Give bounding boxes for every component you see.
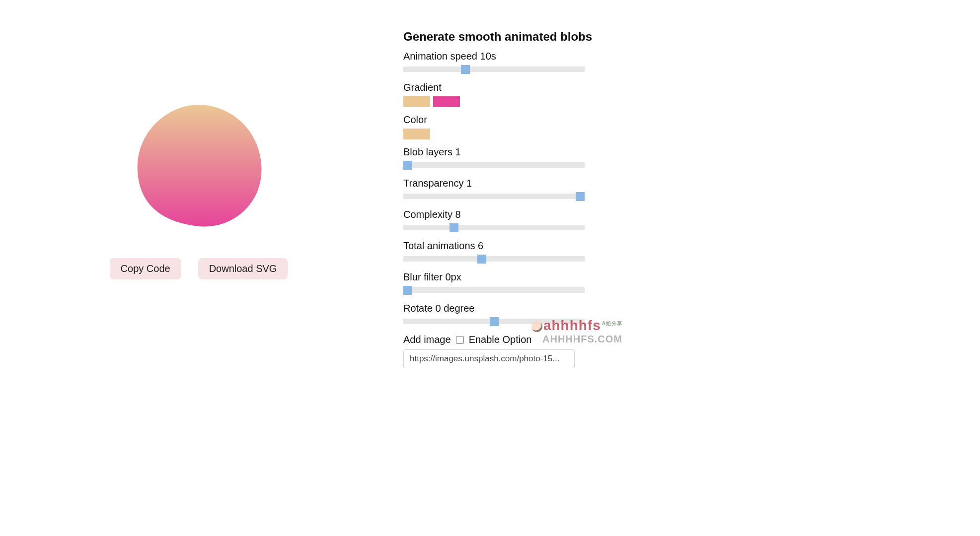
gradient-swatches [403,96,602,107]
control-add-image: Add image Enable Option [403,334,602,368]
complexity-label: Complexity 8 [403,209,602,220]
transparency-slider[interactable] [403,194,585,199]
gradient-start-swatch[interactable] [403,96,430,107]
animation-speed-slider[interactable] [403,67,585,72]
preview-panel: Copy Code Download SVG [0,0,397,536]
control-blob-layers: Blob layers 1 [403,146,602,175]
control-animation-speed: Animation speed 10s [403,51,602,79]
color-swatches [403,129,602,139]
control-blur-filter: Blur filter 0px [403,271,602,300]
download-svg-button[interactable]: Download SVG [198,258,288,279]
blob-layers-label: Blob layers 1 [403,146,602,158]
gradient-end-swatch[interactable] [433,96,460,107]
enable-option-label: Enable Option [469,334,532,345]
total-animations-label: Total animations 6 [403,240,602,252]
blur-filter-label: Blur filter 0px [403,271,602,283]
gradient-label: Gradient [403,82,602,93]
control-color: Color [403,114,602,139]
controls-panel: Generate smooth animated blobs Animation… [403,0,602,536]
blob-layers-slider[interactable] [403,162,585,168]
control-complexity: Complexity 8 [403,209,602,237]
total-animations-slider[interactable] [403,256,585,262]
page-title: Generate smooth animated blobs [403,30,602,44]
rotate-slider[interactable] [403,319,585,324]
action-buttons: Copy Code Download SVG [110,258,288,279]
control-rotate: Rotate 0 degree [403,303,602,331]
enable-image-checkbox[interactable] [456,336,464,344]
transparency-label: Transparency 1 [403,178,602,189]
control-transparency: Transparency 1 [403,178,602,206]
color-swatch[interactable] [403,129,430,139]
control-gradient: Gradient [403,82,602,107]
control-total-animations: Total animations 6 [403,240,602,268]
blob-preview [124,89,273,238]
blur-filter-slider[interactable] [403,287,585,293]
copy-code-button[interactable]: Copy Code [110,258,181,279]
rotate-label: Rotate 0 degree [403,303,602,314]
image-url-input[interactable] [403,349,575,368]
animation-speed-label: Animation speed 10s [403,51,602,62]
color-label: Color [403,114,602,126]
add-image-label: Add image [403,334,451,345]
complexity-slider[interactable] [403,225,585,230]
blob-svg [129,94,268,233]
